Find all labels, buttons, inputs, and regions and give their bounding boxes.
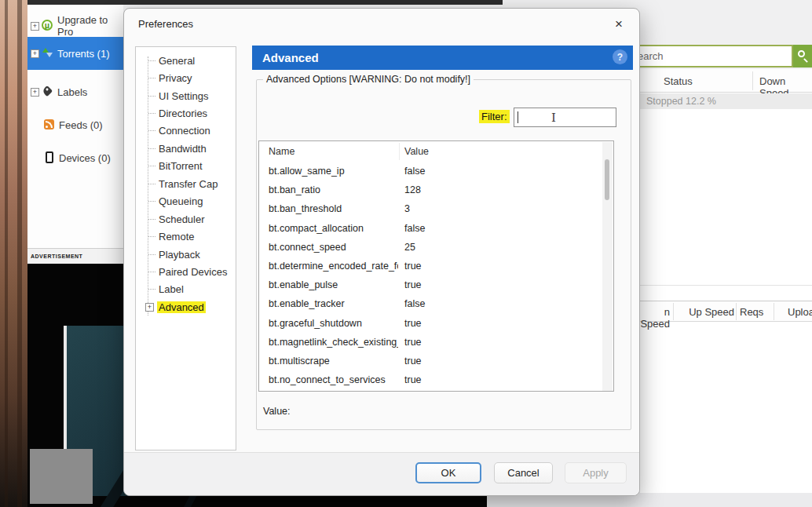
expand-icon[interactable]: +: [31, 22, 39, 31]
advanced-panel-header: Advanced ?: [252, 46, 633, 70]
expand-icon[interactable]: +: [31, 49, 39, 58]
search-icon: [798, 50, 805, 57]
preferences-tree-panel: General Privacy UI Settings Directories …: [135, 46, 236, 450]
table-row[interactable]: bt.determine_encoded_rate_fo...true: [259, 257, 602, 276]
table-row[interactable]: bt.enable_trackerfalse: [259, 295, 602, 314]
tree-item-queueing[interactable]: Queueing: [136, 193, 237, 210]
table-row[interactable]: bt.connect_speed25: [259, 239, 602, 257]
filter-label: Filter:: [479, 110, 510, 123]
sidebar-item-upgrade-to-pro[interactable]: + µ Upgrade to Pro: [27, 16, 123, 36]
column-divider[interactable]: [774, 303, 774, 320]
sidebar-item-label: Upgrade to Pro: [57, 14, 123, 38]
table-row[interactable]: bt.compact_allocationfalse: [259, 220, 602, 239]
close-icon[interactable]: ×: [609, 15, 628, 34]
tag-icon: [42, 86, 54, 98]
ad-gray-box: [30, 449, 93, 504]
column-header-name[interactable]: Name: [269, 146, 294, 157]
panel-title: Advanced: [252, 51, 319, 64]
text-caret: [518, 111, 518, 123]
column-header-status[interactable]: Status: [664, 75, 693, 87]
torrent-row[interactable]: Stopped 12.2 %: [640, 93, 812, 109]
sidebar-item-label: Torrents (1): [57, 48, 109, 60]
pane-divider: [640, 285, 812, 286]
table-scrollbar[interactable]: [602, 142, 613, 392]
column-divider[interactable]: [673, 303, 674, 320]
search-input[interactable]: earch: [633, 45, 793, 67]
tree-item-paired-devices[interactable]: Paired Devices: [136, 263, 237, 280]
expand-icon[interactable]: +: [145, 303, 154, 312]
column-header-value[interactable]: Value: [404, 146, 429, 157]
tree-item-transfer-cap[interactable]: Transfer Cap: [136, 175, 237, 192]
groupbox-label: Advanced Options [WARNING: Do not modify…: [263, 74, 474, 85]
torrents-arrows-icon: [42, 47, 54, 60]
wallpaper-tree: [5, 0, 8, 507]
column-header-reqs[interactable]: Reqs: [740, 306, 763, 318]
utorrent-sidebar: + µ Upgrade to Pro + Torrents (1) + Labe…: [27, 5, 123, 248]
column-divider[interactable]: [736, 303, 737, 320]
column-divider[interactable]: [399, 143, 400, 160]
i-beam-cursor: I: [549, 111, 558, 124]
advertisement-header: ADVERTISEMENT: [27, 248, 126, 264]
tree-item-advanced[interactable]: + Advanced: [136, 298, 237, 316]
rss-icon: [43, 119, 56, 131]
preferences-dialog: Preferences × General Privacy UI Setting…: [123, 8, 640, 496]
tree-item-general[interactable]: General: [136, 52, 237, 69]
cancel-button[interactable]: Cancel: [494, 462, 553, 483]
table-row[interactable]: bt.no_connect_to_servicestrue: [259, 371, 602, 390]
desktop-wallpaper: [0, 0, 27, 507]
column-divider[interactable]: [752, 71, 753, 90]
value-label: Value:: [263, 406, 291, 417]
torrent-list-pane: [640, 69, 812, 493]
phone-icon: [43, 151, 56, 164]
dialog-footer: OK Cancel Apply: [124, 452, 639, 495]
sidebar-item-label: Feeds (0): [59, 119, 103, 131]
column-header-down-speed-truncated[interactable]: n Speed: [640, 306, 670, 330]
help-icon[interactable]: ?: [613, 49, 627, 64]
tree-item-bandwidth[interactable]: Bandwidth: [136, 140, 237, 157]
expand-icon[interactable]: +: [31, 88, 39, 97]
table-row[interactable]: bt.multiscrapetrue: [259, 352, 602, 371]
sidebar-item-torrents[interactable]: + Torrents (1): [27, 37, 123, 70]
tree-item-playback[interactable]: Playback: [136, 246, 237, 263]
advertisement-label: ADVERTISEMENT: [27, 254, 82, 259]
table-row[interactable]: bt.enable_pulsetrue: [259, 276, 602, 295]
torrent-status-cell: Stopped 12.2 %: [646, 96, 716, 107]
table-body: bt.allow_same_ipfalse bt.ban_ratio128 bt…: [259, 162, 602, 390]
tree-item-privacy[interactable]: Privacy: [136, 69, 237, 86]
table-row[interactable]: bt.magnetlink_check_existing_...true: [259, 334, 602, 352]
tree-item-scheduler[interactable]: Scheduler: [136, 210, 237, 228]
table-row[interactable]: bt.graceful_shutdowntrue: [259, 315, 602, 334]
wallpaper-tree: [17, 0, 22, 507]
apply-button: Apply: [565, 462, 627, 483]
sidebar-item-feeds[interactable]: Feeds (0): [27, 113, 123, 137]
screen: + µ Upgrade to Pro + Torrents (1) + Labe…: [0, 0, 812, 507]
table-header: Name Value: [259, 141, 613, 162]
torrent-list-header: Status Down Speed: [640, 69, 812, 93]
ok-button[interactable]: OK: [415, 462, 481, 483]
table-row[interactable]: bt.allow_same_ipfalse: [259, 162, 602, 181]
sidebar-item-devices[interactable]: Devices (0): [27, 146, 123, 170]
sidebar-item-label: Devices (0): [59, 152, 111, 164]
search-input-text: earch: [638, 50, 664, 62]
tree-item-label[interactable]: Label: [136, 281, 237, 298]
tree-item-ui-settings[interactable]: UI Settings: [136, 87, 237, 104]
tree-item-bittorrent[interactable]: BitTorrent: [136, 158, 237, 175]
tree-item-directories[interactable]: Directories: [136, 104, 237, 122]
tree-item-remote[interactable]: Remote: [136, 228, 237, 245]
dialog-title: Preferences: [138, 18, 193, 30]
sidebar-item-labels[interactable]: + Labels: [27, 80, 123, 104]
column-header-upload-truncated[interactable]: Uploa: [788, 306, 812, 318]
scrollbar-thumb[interactable]: [605, 159, 609, 200]
search-button[interactable]: [793, 45, 812, 67]
preferences-tree: General Privacy UI Settings Directories …: [136, 52, 237, 316]
advanced-options-groupbox: Advanced Options [WARNING: Do not modify…: [256, 79, 631, 430]
table-row[interactable]: bt.ban_ratio128: [259, 181, 602, 200]
column-header-up-speed[interactable]: Up Speed: [689, 306, 734, 318]
advanced-options-table: Name Value bt.allow_same_ipfalse bt.ban_…: [258, 140, 614, 392]
tree-item-connection[interactable]: Connection: [136, 122, 237, 140]
sidebar-item-label: Labels: [57, 86, 87, 98]
filter-input[interactable]: I: [514, 108, 616, 127]
utorrent-logo-icon: µ: [42, 20, 54, 32]
table-row[interactable]: bt.ban_threshold3: [259, 200, 602, 219]
details-column-header: n Speed Up Speed Reqs Uploa: [640, 301, 812, 322]
